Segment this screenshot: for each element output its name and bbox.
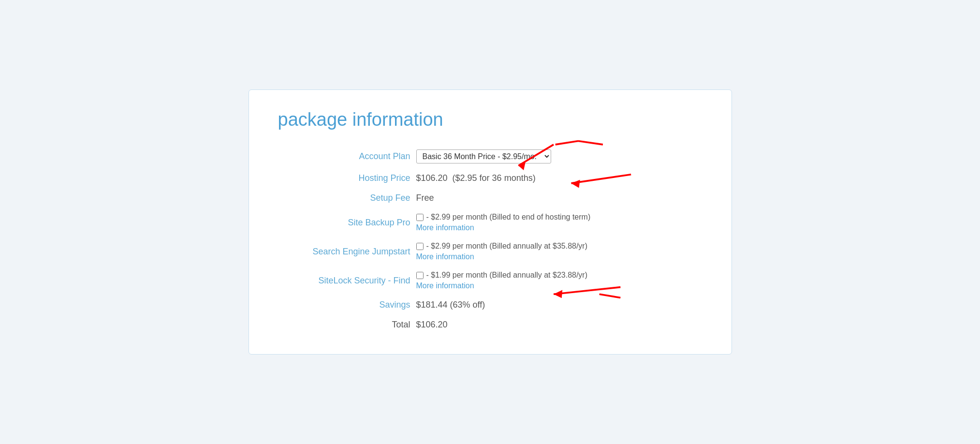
account-plan-select[interactable]: Basic 36 Month Price - $2.95/mo. Basic 1… — [416, 149, 551, 163]
account-plan-value: Basic 36 Month Price - $2.95/mo. Basic 1… — [413, 145, 702, 168]
search-engine-value: - $2.99 per month (Billed annually at $3… — [413, 237, 702, 266]
setup-fee-label: Setup Fee — [278, 188, 413, 208]
svg-line-3 — [578, 141, 603, 145]
total-value: $106.20 — [413, 315, 702, 335]
table-row: Setup Fee Free — [278, 188, 702, 208]
account-plan-label: Account Plan — [278, 145, 413, 168]
form-table: Account Plan Basic 36 Month Price - $2.9… — [278, 145, 702, 335]
setup-fee-value: Free — [413, 188, 702, 208]
total-label: Total — [278, 315, 413, 335]
card-title: package information — [278, 109, 702, 130]
site-backup-label: Site Backup Pro — [278, 208, 413, 237]
site-backup-checkbox[interactable] — [416, 214, 424, 221]
sitelock-more-info-link[interactable]: More information — [416, 281, 700, 290]
sitelock-checkbox-row: - $1.99 per month (Billed annually at $2… — [416, 271, 700, 280]
table-row: Savings $181.44 (63% off) — [278, 295, 702, 315]
search-engine-checkbox-row: - $2.99 per month (Billed annually at $3… — [416, 242, 700, 251]
table-row: Total $106.20 — [278, 315, 702, 335]
table-row: Hosting Price $106.20 ($2.95 for 36 mont… — [278, 168, 702, 188]
site-backup-more-info-link[interactable]: More information — [416, 223, 700, 232]
search-engine-label: Search Engine Jumpstart — [278, 237, 413, 266]
savings-label: Savings — [278, 295, 413, 315]
savings-value: $181.44 (63% off) — [413, 295, 702, 315]
svg-line-2 — [555, 141, 578, 145]
site-backup-value: - $2.99 per month (Billed to end of host… — [413, 208, 702, 237]
search-engine-checkbox[interactable] — [416, 243, 424, 250]
search-engine-description: - $2.99 per month (Billed annually at $3… — [426, 242, 588, 251]
search-engine-more-info-link[interactable]: More information — [416, 252, 700, 261]
site-backup-checkbox-row: - $2.99 per month (Billed to end of host… — [416, 213, 700, 222]
site-backup-description: - $2.99 per month (Billed to end of host… — [426, 213, 591, 222]
sitelock-value: - $1.99 per month (Billed annually at $2… — [413, 266, 702, 295]
table-row: Site Backup Pro - $2.99 per month (Bille… — [278, 208, 702, 237]
sitelock-label: SiteLock Security - Find — [278, 266, 413, 295]
table-row: SiteLock Security - Find - $1.99 per mon… — [278, 266, 702, 295]
sitelock-description: - $1.99 per month (Billed annually at $2… — [426, 271, 588, 280]
hosting-price-label: Hosting Price — [278, 168, 413, 188]
table-row: Account Plan Basic 36 Month Price - $2.9… — [278, 145, 702, 168]
table-row: Search Engine Jumpstart - $2.99 per mont… — [278, 237, 702, 266]
package-information-card: package information Account Plan Basic 3… — [249, 89, 732, 355]
hosting-price-value: $106.20 ($2.95 for 36 months) — [413, 168, 702, 188]
sitelock-checkbox[interactable] — [416, 272, 424, 279]
